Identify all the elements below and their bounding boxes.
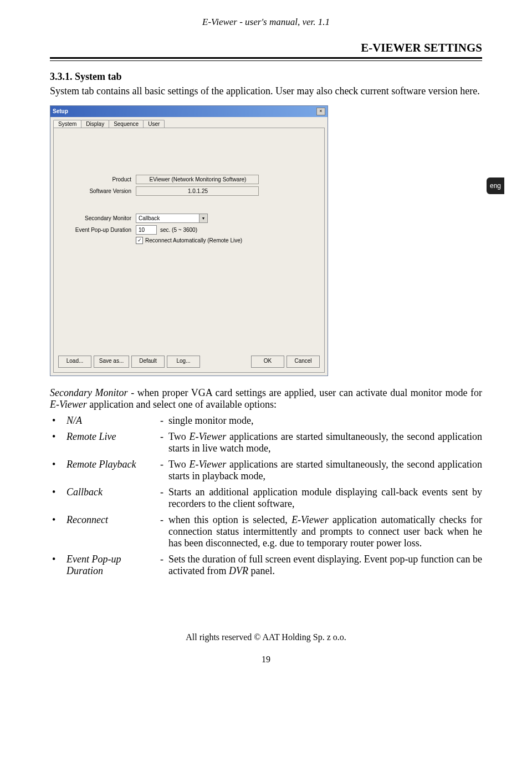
save-as-button[interactable]: Save as...	[94, 356, 129, 368]
language-tab: eng	[487, 177, 504, 194]
definitions-list: •N/A-single monitor mode,•Remote Live-Tw…	[52, 415, 482, 577]
version-label: Software Version	[54, 188, 136, 194]
definition-term: Remote Playback	[66, 459, 155, 482]
setup-window: Setup × System Display Sequence User Pro…	[50, 105, 328, 376]
dash: -	[155, 554, 168, 577]
ok-button[interactable]: OK	[251, 356, 284, 368]
secondary-monitor-label: Secondary Monitor	[54, 215, 136, 221]
titlebar: Setup ×	[50, 106, 328, 117]
definition-description: Sets the duration of full screen event d…	[168, 554, 482, 577]
secondary-monitor-combo[interactable]: Callback ▼	[136, 214, 208, 223]
definition-item: •Remote Live-Two E-Viewer applications a…	[52, 431, 482, 454]
tab-system[interactable]: System	[53, 120, 81, 128]
dash: -	[155, 459, 168, 482]
definition-item: •Reconnect-when this option is selected,…	[52, 514, 482, 549]
definition-item: •Remote Playback-Two E-Viewer applicatio…	[52, 459, 482, 482]
bullet-icon: •	[52, 459, 66, 482]
popup-duration-suffix: sec. (5 ~ 3600)	[160, 227, 197, 233]
dash: -	[155, 415, 168, 427]
cancel-button[interactable]: Cancel	[287, 356, 320, 368]
version-value: 1.0.1.25	[136, 186, 259, 196]
definition-term: Callback	[66, 486, 155, 510]
tab-user[interactable]: User	[143, 120, 165, 128]
definition-description: Two E-Viewer applications are started si…	[168, 431, 482, 454]
dash: -	[155, 431, 168, 454]
dash: -	[155, 514, 168, 549]
tab-display[interactable]: Display	[81, 120, 109, 128]
setup-screenshot: Setup × System Display Sequence User Pro…	[50, 105, 482, 376]
tab-sequence[interactable]: Sequence	[109, 120, 144, 128]
secondary-monitor-value[interactable]: Callback	[136, 214, 200, 223]
definition-description: when this option is selected, E-Viewer a…	[168, 514, 482, 549]
subsection-heading: 3.3.1. System tab	[50, 71, 482, 83]
definition-item: •Callback-Starts an additional applicati…	[52, 486, 482, 510]
definitions-intro: Secondary Monitor - when proper VGA card…	[50, 387, 482, 410]
section-title: E-VIEWER SETTINGS	[50, 41, 482, 55]
intro-paragraph: System tab contains all basic settings o…	[50, 85, 482, 98]
definition-term: Event Pop-up Duration	[66, 554, 155, 577]
bullet-icon: •	[52, 415, 66, 427]
bullet-icon: •	[52, 554, 66, 577]
tab-panel: Product EViewer (Network Monitoring Soft…	[53, 128, 325, 373]
definition-description: single monitor mode,	[168, 415, 482, 427]
doc-header: E-Viewer - user's manual, ver. 1.1	[50, 17, 482, 28]
definition-item: •Event Pop-up Duration-Sets the duration…	[52, 554, 482, 577]
divider	[50, 57, 482, 61]
log-button[interactable]: Log...	[167, 356, 200, 368]
window-title: Setup	[53, 108, 316, 114]
close-icon[interactable]: ×	[316, 108, 325, 115]
popup-duration-label: Event Pop-up Duration	[54, 227, 136, 233]
tab-strip: System Display Sequence User	[50, 117, 328, 128]
definition-term: N/A	[66, 415, 155, 427]
default-button[interactable]: Default	[131, 356, 165, 368]
reconnect-label: Reconnect Automatically (Remote Live)	[145, 237, 242, 244]
page-number: 19	[50, 655, 482, 665]
definition-item: •N/A-single monitor mode,	[52, 415, 482, 427]
dash: -	[155, 486, 168, 510]
chevron-down-icon[interactable]: ▼	[199, 214, 208, 223]
reconnect-checkbox[interactable]: ✓	[136, 237, 143, 244]
bullet-icon: •	[52, 514, 66, 549]
footer: All rights reserved © AAT Holding Sp. z …	[50, 632, 482, 642]
product-value: EViewer (Network Monitoring Software)	[136, 175, 259, 184]
popup-duration-input[interactable]: 10	[136, 225, 157, 235]
product-label: Product	[54, 176, 136, 182]
bullet-icon: •	[52, 486, 66, 510]
button-bar: Load... Save as... Default Log... OK Can…	[58, 356, 320, 368]
definition-term: Reconnect	[66, 514, 155, 549]
definition-description: Starts an additional application module …	[168, 486, 482, 510]
definition-term: Remote Live	[66, 431, 155, 454]
definition-description: Two E-Viewer applications are started si…	[168, 459, 482, 482]
bullet-icon: •	[52, 431, 66, 454]
load-button[interactable]: Load...	[58, 356, 91, 368]
